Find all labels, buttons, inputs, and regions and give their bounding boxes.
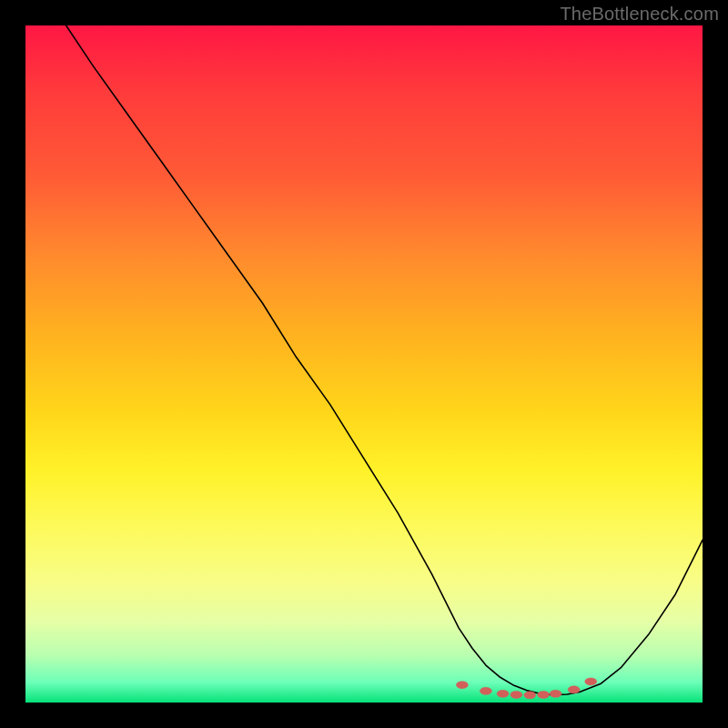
curve-marker bbox=[550, 690, 561, 697]
min-region-markers bbox=[456, 678, 596, 699]
curve-marker bbox=[585, 678, 597, 685]
curve-marker bbox=[511, 691, 522, 698]
curve-svg bbox=[25, 25, 703, 703]
curve-marker bbox=[480, 687, 491, 694]
plot-area bbox=[25, 25, 703, 703]
curve-marker bbox=[538, 691, 550, 698]
curve-marker bbox=[524, 692, 536, 699]
chart-frame: TheBottleneck.com bbox=[0, 0, 728, 728]
curve-marker bbox=[456, 682, 468, 689]
curve-marker bbox=[568, 686, 580, 693]
watermark-text: TheBottleneck.com bbox=[560, 4, 719, 25]
curve-marker bbox=[497, 690, 509, 697]
bottleneck-curve bbox=[66, 25, 703, 695]
